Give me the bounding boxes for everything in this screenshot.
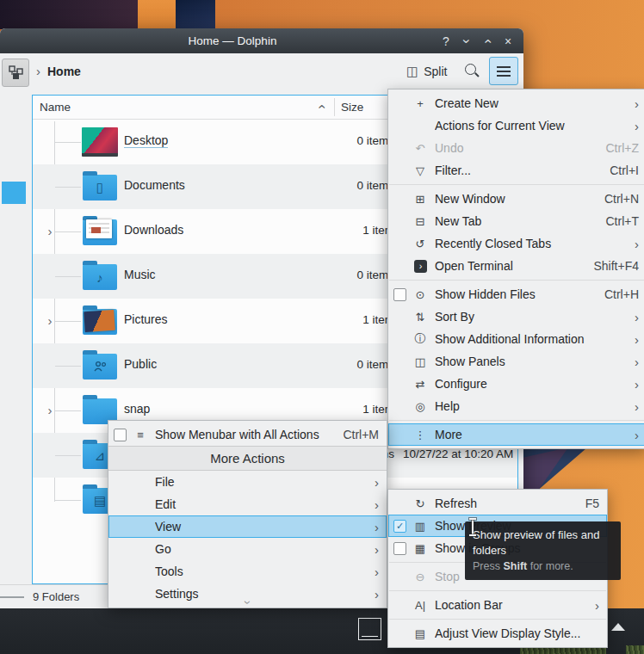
breadcrumb-chevron-icon: ›	[36, 64, 40, 78]
undo-icon: ↶	[412, 142, 428, 155]
new-tab-icon: ⊟	[412, 215, 428, 228]
menu-item-more[interactable]: ⋮ More ›	[388, 423, 644, 446]
submenu-arrow-icon: ›	[375, 587, 379, 602]
places-panel-toggle-button[interactable]	[2, 59, 29, 87]
zoom-slider[interactable]	[0, 596, 24, 598]
menu-separator	[389, 590, 606, 591]
menu-item-edit[interactable]: Edit ›	[108, 493, 387, 515]
minimize-button[interactable]: ›	[456, 28, 477, 53]
menu-item-new-tab[interactable]: ⊟ New Tab Ctrl+T	[388, 210, 644, 232]
eye-icon: ⊙	[412, 288, 428, 301]
menu-separator	[389, 184, 644, 185]
checkbox-unchecked[interactable]	[393, 288, 406, 301]
groups-icon: ▦	[412, 542, 428, 555]
menu-item-help[interactable]: ◎ Help ›	[388, 395, 644, 417]
file-name[interactable]: Documents	[124, 178, 185, 192]
minimize-icon: ›	[460, 39, 474, 43]
menu-item-view[interactable]: View ›	[108, 515, 387, 538]
breadcrumb[interactable]: › Home	[36, 53, 81, 89]
wallpaper-grass	[626, 645, 644, 654]
menu-separator	[389, 280, 644, 281]
more-actions-menu: ≡ Show Menubar with All Actions Ctrl+M M…	[108, 420, 387, 608]
new-window-icon: ⊞	[412, 193, 428, 206]
file-name[interactable]: snap	[124, 402, 150, 416]
menu-item-refresh[interactable]: ↻ Refresh F5	[388, 492, 607, 515]
refresh-icon: ↻	[412, 497, 428, 510]
menu-item-create-new[interactable]: + Create New ›	[388, 92, 644, 114]
location-bar-icon: A|	[412, 599, 428, 612]
menu-item-actions-for-current-view[interactable]: Actions for Current View ›	[388, 114, 644, 137]
preview-icon: ▥	[412, 520, 428, 533]
terminal-icon: ›	[414, 260, 427, 273]
file-size: 0 items	[317, 134, 394, 147]
maximize-button[interactable]: ›	[477, 28, 498, 53]
menu-item-show-additional-information[interactable]: ⓘ Show Additional Information ›	[388, 328, 644, 350]
hamburger-menu-button[interactable]	[489, 57, 518, 85]
column-header-name[interactable]: Name	[40, 96, 71, 119]
menu-item-tools[interactable]: Tools ›	[108, 560, 387, 583]
checkbox-checked[interactable]: ✓	[393, 520, 406, 533]
wallpaper-shape	[176, 0, 215, 29]
file-size: 0 items	[317, 358, 394, 371]
menu-item-go[interactable]: Go ›	[108, 538, 387, 560]
menu-item-sort-by[interactable]: ⇅ Sort By ›	[388, 305, 644, 328]
file-name[interactable]: Public	[124, 357, 157, 371]
submenu-arrow-icon: ›	[375, 497, 379, 512]
panel-up-arrow-icon[interactable]	[611, 623, 625, 631]
public-folder-icon	[81, 350, 119, 381]
checkbox-unchecked[interactable]	[114, 429, 127, 441]
pictures-folder-icon	[81, 305, 119, 336]
panels-icon: ◫	[412, 355, 428, 368]
file-size: 1 item	[317, 403, 394, 416]
close-button[interactable]: ×	[498, 28, 518, 53]
checkbox-unchecked[interactable]	[393, 542, 406, 555]
help-button[interactable]: ?	[436, 28, 456, 53]
menu-item-show-hidden-files[interactable]: ⊙ Show Hidden Files Ctrl+H	[388, 283, 644, 305]
menu-item-recently-closed-tabs[interactable]: ↺ Recently Closed Tabs ›	[388, 232, 644, 255]
file-size: 1 item	[317, 313, 394, 326]
file-name[interactable]: Pictures	[124, 312, 168, 326]
menu-item-filter[interactable]: ▽ Filter... Ctrl+I	[388, 159, 644, 182]
places-selected-item[interactable]	[2, 182, 26, 204]
breadcrumb-home[interactable]: Home	[47, 65, 81, 78]
menu-item-adjust-view-display-style[interactable]: ▤ Adjust View Display Style...	[388, 622, 607, 645]
more-icon: ⋮	[412, 429, 428, 441]
titlebar[interactable]: Home — Dolphin ? › › ×	[0, 28, 523, 53]
file-name[interactable]: Downloads	[124, 223, 183, 237]
hamburger-icon	[497, 66, 511, 68]
submenu-arrow-icon: ›	[375, 565, 379, 579]
menu-section-title: More Actions	[108, 446, 387, 471]
split-button[interactable]: ◫ Split	[403, 59, 450, 83]
tooltip: Show preview of files and folders Press …	[465, 521, 621, 580]
menu-item-configure[interactable]: ⇄ Configure ›	[388, 373, 644, 395]
submenu-arrow-icon: ›	[635, 237, 639, 251]
file-name[interactable]: Desktop	[124, 133, 168, 148]
text-cursor-pointer	[472, 520, 474, 534]
downloads-folder-icon	[81, 216, 119, 247]
menu-item-location-bar[interactable]: A| Location Bar ›	[388, 594, 607, 616]
menu-item-file[interactable]: File ›	[108, 471, 387, 493]
menu-item-show-menubar[interactable]: ≡ Show Menubar with All Actions Ctrl+M	[108, 423, 387, 446]
menu-item-new-window[interactable]: ⊞ New Window Ctrl+N	[388, 188, 644, 210]
close-icon: ×	[505, 34, 511, 48]
hamburger-menu: + Create New › Actions for Current View …	[387, 89, 644, 449]
info-icon: ⓘ	[412, 331, 428, 347]
menu-item-show-panels[interactable]: ◫ Show Panels ›	[388, 350, 644, 373]
submenu-arrow-icon: ›	[635, 355, 639, 369]
search-button[interactable]	[461, 62, 482, 81]
menu-item-open-terminal[interactable]: › Open Terminal Shift+F4	[388, 255, 644, 277]
submenu-arrow-icon: ›	[375, 542, 379, 557]
split-label: Split	[424, 65, 447, 78]
submenu-arrow-icon: ›	[595, 598, 599, 613]
places-panel-icon	[9, 65, 23, 80]
file-name[interactable]: Music	[124, 268, 156, 281]
documents-folder-icon: ▯	[81, 171, 119, 202]
sort-ascending-icon[interactable]: ›	[314, 104, 328, 108]
help-icon: ◎	[412, 400, 428, 413]
music-folder-icon: ♪	[81, 261, 119, 292]
submenu-arrow-icon: ›	[635, 399, 639, 414]
taskbar-window-icon[interactable]	[358, 618, 381, 640]
tooltip-text: Show preview of files and folders	[473, 528, 613, 558]
column-header-size[interactable]: Size	[341, 96, 363, 119]
menu-item-undo: ↶ Undo Ctrl+Z	[388, 137, 644, 159]
